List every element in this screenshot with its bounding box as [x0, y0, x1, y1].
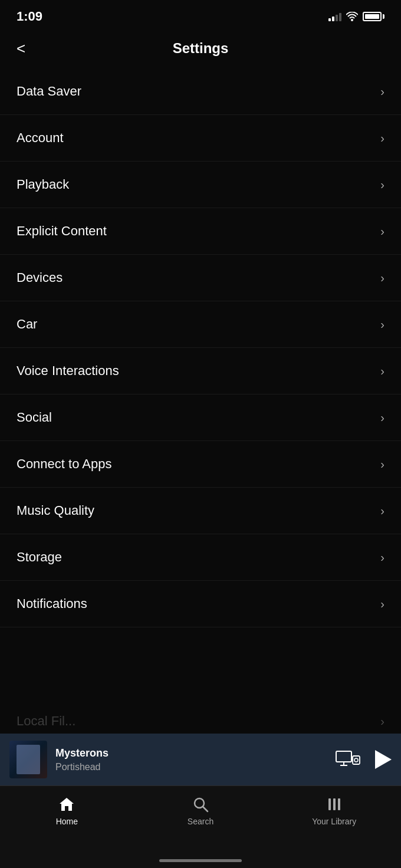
settings-item-music-quality[interactable]: Music Quality ›	[0, 488, 401, 534]
svg-rect-0	[336, 751, 351, 762]
settings-label-account: Account	[17, 130, 64, 146]
local-files-chevron: ›	[380, 715, 384, 728]
device-connect-icon[interactable]	[335, 749, 361, 770]
settings-list: Data Saver › Account › Playback › Explic…	[0, 68, 401, 627]
search-icon	[192, 795, 209, 813]
page-title: Settings	[173, 40, 229, 57]
chevron-explicit-content: ›	[380, 225, 384, 238]
settings-item-devices[interactable]: Devices ›	[0, 255, 401, 301]
settings-label-storage: Storage	[17, 550, 62, 565]
now-playing-controls	[335, 749, 392, 770]
chevron-devices: ›	[380, 271, 384, 285]
chevron-car: ›	[380, 318, 384, 331]
local-files-item[interactable]: Local Fil... ›	[0, 703, 401, 734]
chevron-playback: ›	[380, 178, 384, 192]
settings-label-social: Social	[17, 410, 52, 425]
now-playing-bar[interactable]: Mysterons Portishead	[0, 734, 401, 785]
settings-header: < Settings	[0, 31, 401, 68]
settings-label-voice-interactions: Voice Interactions	[17, 363, 119, 379]
home-icon	[58, 795, 75, 813]
chevron-music-quality: ›	[380, 504, 384, 518]
chevron-data-saver: ›	[380, 85, 384, 98]
settings-label-devices: Devices	[17, 270, 63, 285]
status-time: 1:09	[17, 9, 42, 24]
chevron-account: ›	[380, 131, 384, 145]
settings-label-data-saver: Data Saver	[17, 84, 81, 99]
wifi-icon	[346, 12, 358, 21]
bottom-nav: Home Search Your Library	[0, 785, 401, 868]
settings-item-account[interactable]: Account ›	[0, 115, 401, 162]
svg-point-4	[354, 758, 358, 762]
now-playing-info: Mysterons Portishead	[55, 747, 327, 772]
chevron-voice-interactions: ›	[380, 364, 384, 378]
settings-label-car: Car	[17, 317, 37, 332]
chevron-connect-to-apps: ›	[380, 458, 384, 471]
chevron-notifications: ›	[380, 597, 384, 611]
settings-item-car[interactable]: Car ›	[0, 301, 401, 348]
nav-search[interactable]: Search	[134, 795, 268, 826]
chevron-social: ›	[380, 411, 384, 425]
nav-library[interactable]: Your Library	[267, 795, 401, 826]
settings-label-playback: Playback	[17, 177, 69, 192]
settings-item-playback[interactable]: Playback ›	[0, 162, 401, 208]
settings-item-notifications[interactable]: Notifications ›	[0, 581, 401, 627]
library-icon	[326, 795, 343, 813]
settings-label-notifications: Notifications	[17, 596, 87, 611]
nav-search-label: Search	[188, 817, 213, 826]
svg-rect-7	[328, 798, 331, 810]
settings-item-storage[interactable]: Storage ›	[0, 534, 401, 581]
nav-home-label: Home	[56, 817, 78, 826]
home-indicator	[159, 859, 242, 862]
settings-label-connect-to-apps: Connect to Apps	[17, 456, 111, 472]
nav-library-label: Your Library	[312, 817, 356, 826]
settings-item-explicit-content[interactable]: Explicit Content ›	[0, 208, 401, 255]
now-playing-artist: Portishead	[55, 762, 327, 772]
signal-icon	[328, 12, 341, 21]
svg-line-6	[203, 807, 208, 811]
now-playing-title: Mysterons	[55, 747, 327, 760]
back-button[interactable]: <	[17, 41, 25, 56]
settings-item-voice-interactions[interactable]: Voice Interactions ›	[0, 348, 401, 394]
svg-rect-3	[353, 756, 360, 764]
battery-icon	[363, 12, 384, 21]
svg-rect-9	[338, 798, 340, 810]
settings-label-music-quality: Music Quality	[17, 503, 94, 518]
settings-item-social[interactable]: Social ›	[0, 394, 401, 441]
status-bar: 1:09	[0, 0, 401, 31]
settings-item-data-saver[interactable]: Data Saver ›	[0, 68, 401, 115]
status-icons	[328, 12, 384, 21]
play-button[interactable]	[375, 750, 392, 769]
svg-rect-8	[333, 798, 336, 810]
settings-item-connect-to-apps[interactable]: Connect to Apps ›	[0, 441, 401, 488]
local-files-label: Local Fil...	[17, 714, 75, 729]
now-playing-thumbnail	[9, 741, 47, 778]
chevron-storage: ›	[380, 551, 384, 564]
settings-label-explicit-content: Explicit Content	[17, 223, 107, 239]
nav-home[interactable]: Home	[0, 795, 134, 826]
